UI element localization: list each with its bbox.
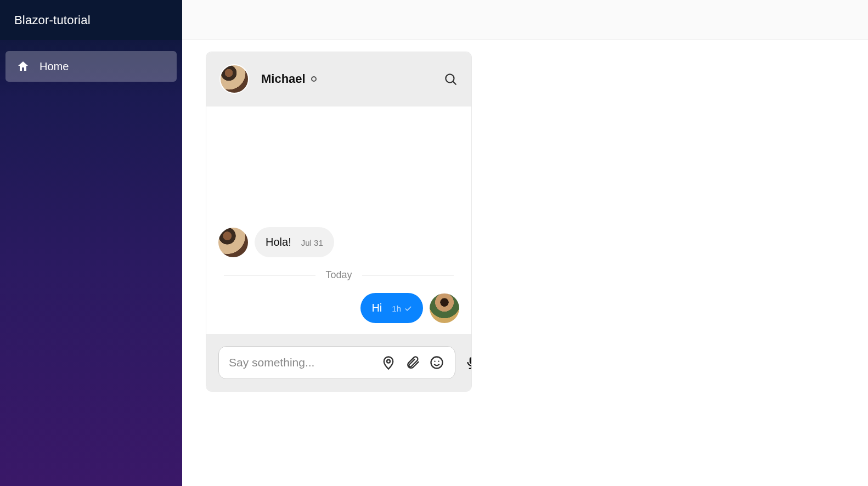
chat-widget: Michael Hola! Jul 31 [206, 52, 471, 391]
message-bubble-outgoing: Hi 1h [360, 293, 423, 323]
message-bubble-incoming: Hola! Jul 31 [255, 227, 334, 257]
app-title: Blazor-tutorial [0, 0, 182, 40]
date-divider: Today [224, 269, 454, 281]
contact-avatar[interactable] [219, 64, 249, 94]
main: Michael Hola! Jul 31 [182, 0, 868, 486]
check-icon [404, 305, 412, 313]
svg-point-5 [438, 361, 439, 362]
svg-point-2 [387, 360, 390, 363]
search-icon[interactable] [443, 71, 458, 87]
message-input[interactable] [229, 356, 373, 369]
sidebar: Blazor-tutorial Home [0, 0, 182, 486]
svg-point-4 [434, 361, 435, 362]
sidebar-item-home[interactable]: Home [5, 51, 177, 82]
compose-box [218, 346, 455, 379]
contact-name-text: Michael [261, 72, 306, 86]
contact-name: Michael [261, 72, 317, 86]
location-icon[interactable] [380, 354, 397, 371]
attachment-icon[interactable] [404, 354, 421, 371]
chat-compose-bar [206, 334, 471, 391]
self-avatar [430, 293, 459, 323]
date-divider-label: Today [325, 269, 352, 281]
svg-rect-6 [471, 366, 471, 368]
svg-point-3 [431, 357, 443, 369]
topbar [182, 0, 868, 39]
message-timestamp: Jul 31 [301, 238, 323, 247]
content: Michael Hola! Jul 31 [182, 39, 868, 486]
emoji-icon[interactable] [429, 354, 445, 371]
message-text: Hola! [266, 236, 291, 248]
message-text: Hi [371, 302, 382, 314]
sidebar-nav: Home [0, 40, 182, 82]
home-icon [16, 60, 30, 73]
message-row: Hi 1h [218, 293, 459, 323]
message-row: Hola! Jul 31 [218, 227, 459, 257]
chat-header: Michael [206, 52, 471, 106]
contact-avatar-small [218, 228, 248, 257]
status-indicator [311, 76, 317, 82]
svg-line-1 [453, 82, 456, 84]
svg-rect-7 [469, 368, 471, 369]
microphone-icon[interactable] [464, 354, 471, 371]
sidebar-item-label: Home [40, 60, 69, 73]
message-timestamp: 1h [392, 304, 412, 313]
chat-messages[interactable]: Hola! Jul 31 Today Hi 1h [206, 106, 471, 334]
